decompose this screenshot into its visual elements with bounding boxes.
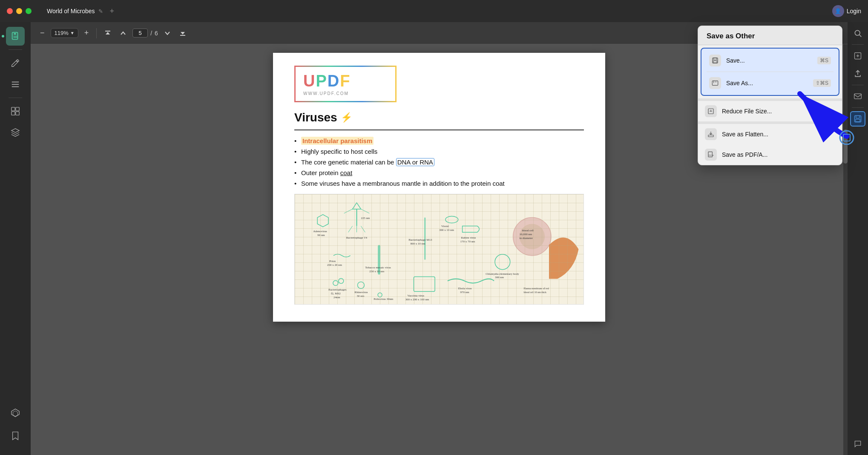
edit-icon bbox=[11, 58, 20, 68]
layers-icon bbox=[11, 128, 20, 137]
sidebar-item-bookmark[interactable] bbox=[6, 426, 25, 445]
svg-rect-75 bbox=[712, 81, 718, 86]
page-separator: / bbox=[150, 30, 152, 37]
page-nav: / 6 bbox=[132, 29, 158, 37]
svg-rect-21 bbox=[856, 119, 860, 122]
minimize-button[interactable] bbox=[16, 8, 22, 14]
section-divider bbox=[294, 130, 584, 130]
bookmark-icon bbox=[11, 431, 19, 441]
updf-url: WWW.UPDF.COM bbox=[303, 91, 388, 96]
nav-top-icon bbox=[104, 30, 111, 37]
save-as-item[interactable]: Save As... ⇧⌘S bbox=[703, 73, 837, 93]
zoom-level: 119% bbox=[55, 30, 69, 36]
chat-icon[interactable] bbox=[850, 436, 865, 452]
svg-point-15 bbox=[855, 30, 860, 35]
scrollbar-thumb[interactable] bbox=[843, 130, 848, 164]
titlebar-right: 👤 Login bbox=[832, 5, 861, 17]
save-as-shortcut: ⇧⌘S bbox=[813, 79, 831, 87]
flatten-icon bbox=[705, 128, 717, 140]
edit-right-icon[interactable] bbox=[850, 48, 865, 63]
pdf-icon: PDF/A bbox=[707, 151, 714, 158]
svg-rect-8 bbox=[16, 107, 19, 111]
svg-rect-79 bbox=[708, 135, 713, 137]
sidebar-item-stack[interactable] bbox=[6, 403, 25, 422]
comment-icon bbox=[854, 440, 862, 448]
document-icon bbox=[11, 32, 20, 41]
scrollbar-track bbox=[843, 44, 848, 455]
pdfa-icon: PDF/A bbox=[705, 149, 717, 161]
zoom-selector[interactable]: 119% ▼ bbox=[51, 28, 78, 38]
window-controls bbox=[7, 8, 32, 14]
logo-p: P bbox=[316, 72, 327, 90]
save-as-other-dropdown: Save as Other Save... ⌘S bbox=[698, 26, 842, 165]
svg-rect-18 bbox=[854, 94, 862, 99]
logo-area: UPDF WWW.UPDF.COM bbox=[294, 66, 584, 102]
nav-down-icon bbox=[164, 30, 171, 37]
save-disk-icon bbox=[854, 115, 862, 123]
microbes-diagram: Adenovirus 90 nm 225 nm Bacteriophage T4… bbox=[294, 194, 584, 305]
svg-rect-10 bbox=[16, 112, 19, 115]
updf-logo-text: UPDF bbox=[303, 72, 388, 90]
titlebar: World of Microbes ✎ + 👤 Login bbox=[0, 0, 868, 22]
right-sidebar-sep-2 bbox=[852, 85, 864, 85]
save-item[interactable]: Save... ⌘S bbox=[703, 50, 837, 71]
close-button[interactable] bbox=[7, 8, 13, 14]
save-as-label: Save As... bbox=[726, 80, 808, 86]
save-pdfa-item[interactable]: PDF/A Save as PDF/A... bbox=[698, 144, 842, 165]
mail-icon[interactable] bbox=[850, 89, 865, 104]
list-item: Outer protein coat bbox=[294, 169, 584, 176]
svg-marker-12 bbox=[13, 411, 18, 416]
zoom-in-button[interactable]: + bbox=[82, 27, 92, 39]
updf-logo-box: UPDF WWW.UPDF.COM bbox=[294, 66, 397, 102]
sidebar-item-pages[interactable] bbox=[6, 102, 25, 121]
save-right-icon[interactable] bbox=[850, 111, 865, 127]
toolbar-separator-1 bbox=[96, 28, 97, 38]
nav-bottom-icon bbox=[179, 30, 186, 37]
save-pdfa-label: Save as PDF/A... bbox=[722, 151, 835, 158]
envelope-icon bbox=[854, 92, 862, 101]
save-shortcut: ⌘S bbox=[817, 57, 831, 64]
zoom-out-button[interactable]: − bbox=[37, 27, 47, 39]
save-as-icon bbox=[712, 80, 719, 86]
svg-rect-20 bbox=[856, 116, 859, 118]
dropdown-sep-1 bbox=[707, 72, 834, 72]
page-input[interactable] bbox=[132, 29, 148, 37]
sidebar-item-document[interactable] bbox=[6, 27, 25, 46]
svg-rect-73 bbox=[714, 58, 717, 60]
left-sidebar bbox=[0, 22, 31, 455]
list-item: Intracellular parasitism bbox=[294, 137, 584, 144]
pages-icon bbox=[11, 107, 20, 116]
nav-top-button[interactable] bbox=[102, 28, 114, 38]
sidebar-divider-1 bbox=[9, 49, 22, 50]
dropdown-highlighted-section: Save... ⌘S Save As... ⇧⌘S bbox=[701, 48, 839, 96]
svg-rect-7 bbox=[11, 107, 15, 111]
sidebar-item-edit[interactable] bbox=[6, 54, 25, 72]
reduce-file-size-item[interactable]: Reduce File Size... bbox=[698, 101, 842, 121]
right-sidebar-sep-3 bbox=[852, 107, 864, 108]
bullet-text-coat: Outer protein coat bbox=[301, 169, 352, 176]
nav-bottom-button[interactable] bbox=[177, 28, 189, 38]
section-title: Viruses ⚡ bbox=[294, 111, 584, 124]
bullet-text-mantle: Some viruses have a membranous mantle in… bbox=[301, 180, 505, 187]
sidebar-item-list[interactable] bbox=[6, 75, 25, 94]
logo-d: D bbox=[328, 72, 340, 90]
save-item-icon bbox=[709, 55, 721, 66]
search-right-icon[interactable] bbox=[850, 26, 865, 41]
page-total: 6 bbox=[155, 30, 158, 37]
share-icon[interactable] bbox=[850, 66, 865, 81]
nav-up-button[interactable] bbox=[117, 28, 129, 38]
lightning-icon: ⚡ bbox=[341, 112, 352, 123]
maximize-button[interactable] bbox=[26, 8, 32, 14]
list-item: Highly specific to host cells bbox=[294, 148, 584, 155]
login-button[interactable]: 👤 Login bbox=[832, 5, 861, 17]
sidebar-item-layers[interactable] bbox=[6, 123, 25, 142]
list-icon bbox=[11, 80, 20, 89]
zoom-dropdown-icon: ▼ bbox=[70, 31, 75, 35]
tab-add-icon[interactable]: + bbox=[110, 7, 115, 16]
save-flatten-item[interactable]: Save as Flatten... bbox=[698, 124, 842, 144]
nav-down-button[interactable] bbox=[161, 28, 173, 38]
svg-rect-1 bbox=[14, 33, 16, 35]
logo-u: U bbox=[303, 72, 316, 90]
tab-edit-icon[interactable]: ✎ bbox=[98, 8, 103, 14]
search-icon bbox=[854, 29, 862, 37]
